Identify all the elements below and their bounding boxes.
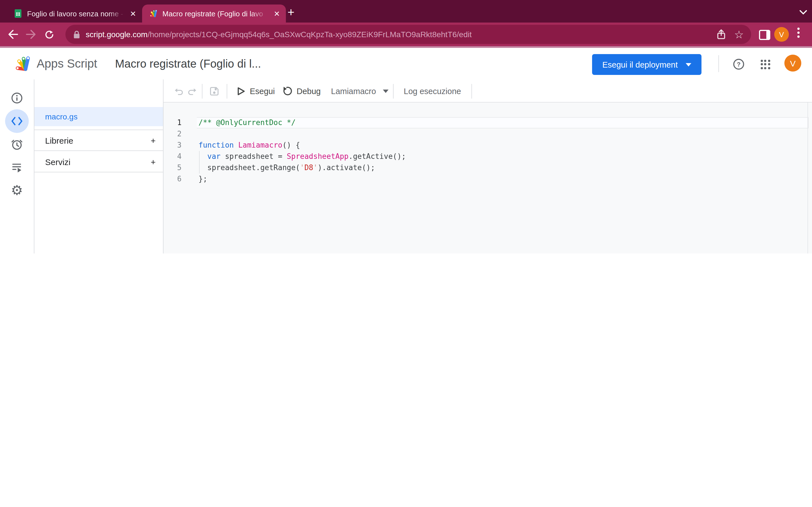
url-path: /home/projects/1CQ-eGjmqq54q6s_OaSXwCqKp…: [147, 30, 472, 39]
bookmark-star-icon[interactable]: ☆: [734, 28, 744, 41]
url-host: script.google.com: [86, 30, 147, 39]
google-apps-grid-icon[interactable]: [758, 57, 772, 71]
settings-gear-icon[interactable]: ⚙: [5, 179, 29, 202]
undo-icon[interactable]: [174, 86, 185, 97]
close-tab-icon[interactable]: ✕: [129, 9, 138, 18]
function-selector-caret-icon: [383, 89, 389, 93]
apps-script-logo: [13, 55, 32, 73]
function-selector-label: Lamiamacro: [331, 87, 376, 96]
back-icon[interactable]: [4, 22, 22, 46]
browser-tab-sheets[interactable]: Foglio di lavoro senza nome - F ✕: [7, 4, 142, 22]
debug-icon: [283, 86, 292, 96]
files-panel: macro.gs Librerie + Servizi +: [35, 79, 163, 253]
debug-label: Debug: [297, 87, 320, 96]
url-text: script.google.com/home/projects/1CQ-eGjm…: [86, 30, 472, 39]
forward-icon[interactable]: [22, 22, 40, 46]
toolbar-divider: [202, 84, 202, 99]
toolbar-divider: [393, 84, 394, 99]
reload-icon[interactable]: [40, 22, 58, 46]
svg-text:?: ?: [737, 61, 741, 68]
code-line[interactable]: /** @OnlyCurrentDoc */: [199, 117, 296, 128]
editor-icon[interactable]: [5, 109, 29, 133]
project-title[interactable]: Macro registrate (Foglio di l...: [115, 57, 261, 70]
function-selector[interactable]: Lamiamacro: [331, 79, 389, 103]
file-name: macro.gs: [45, 112, 78, 121]
deploy-button-label: Esegui il deployment: [602, 60, 678, 69]
toolbar-divider: [227, 84, 227, 99]
account-avatar[interactable]: V: [784, 55, 801, 71]
services-label: Servizi: [45, 157, 70, 166]
deploy-caret-icon[interactable]: [686, 63, 691, 66]
lock-icon[interactable]: [73, 30, 80, 39]
close-tab-icon[interactable]: ✕: [272, 9, 282, 18]
header-divider: [718, 55, 719, 72]
line-number: 6: [163, 173, 182, 185]
browser-tab-strip: Foglio di lavoro senza nome - F ✕ Macro …: [0, 0, 812, 22]
execution-log-button[interactable]: Log esecuzione: [404, 79, 461, 103]
code-editor[interactable]: 123456 /** @OnlyCurrentDoc */function La…: [163, 103, 812, 253]
share-icon[interactable]: [717, 29, 726, 40]
overview-icon[interactable]: [5, 86, 29, 110]
libraries-section[interactable]: Librerie +: [35, 129, 163, 151]
add-library-button[interactable]: +: [151, 136, 156, 145]
line-number: 3: [163, 140, 182, 151]
code-line[interactable]: function Lamiamacro() {: [199, 140, 300, 151]
browser-profile-avatar[interactable]: V: [774, 27, 789, 42]
triggers-icon[interactable]: [5, 132, 29, 156]
deploy-button[interactable]: Esegui il deployment: [592, 54, 702, 75]
new-tab-button[interactable]: +: [283, 4, 299, 20]
redo-icon[interactable]: [186, 86, 197, 97]
code-line[interactable]: };: [199, 173, 207, 185]
line-number: 5: [163, 162, 182, 173]
screen: Foglio di lavoro senza nome - F ✕ Macro …: [0, 0, 812, 253]
code-line[interactable]: var spreadsheet = SpreadsheetApp.getActi…: [199, 151, 406, 162]
apps-script-icon: [149, 9, 158, 18]
browser-toolbar: script.google.com/home/projects/1CQ-eGjm…: [0, 22, 812, 46]
product-name: Apps Script: [37, 57, 97, 70]
run-button[interactable]: Esegui: [237, 79, 275, 103]
apps-script-header: Apps Script Macro registrate (Foglio di …: [0, 48, 812, 80]
libraries-label: Librerie: [45, 136, 73, 145]
left-navigation-rail: ⚙: [0, 79, 35, 253]
editor-overview-ruler[interactable]: [808, 103, 808, 253]
tab-title: Foglio di lavoro senza nome - F: [27, 9, 126, 18]
address-bar[interactable]: script.google.com/home/projects/1CQ-eGjm…: [65, 25, 751, 44]
google-sheets-icon: [13, 9, 22, 18]
section-border: [35, 172, 163, 172]
browser-tab-apps-script[interactable]: Macro registrate (Foglio di lavo ✕: [142, 4, 286, 22]
services-section[interactable]: Servizi +: [35, 151, 163, 172]
executions-icon[interactable]: [5, 156, 29, 179]
code-line[interactable]: spreadsheet.getRange('D8').activate();: [199, 162, 375, 173]
add-service-button[interactable]: +: [151, 158, 156, 166]
file-item-macro[interactable]: macro.gs: [35, 107, 163, 126]
line-number: 2: [163, 128, 182, 140]
tab-search-chevron-icon[interactable]: [796, 6, 810, 19]
run-label: Esegui: [250, 87, 275, 96]
browser-menu-icon[interactable]: [797, 27, 800, 38]
help-icon[interactable]: ?: [731, 57, 746, 71]
debug-button[interactable]: Debug: [283, 79, 320, 103]
tab-title: Macro registrate (Foglio di lavo: [162, 9, 270, 18]
toolbar-divider: [471, 84, 472, 99]
side-panel-icon[interactable]: [759, 30, 770, 40]
play-icon: [237, 87, 245, 96]
line-number: 1: [163, 117, 182, 128]
save-icon[interactable]: [209, 86, 220, 97]
line-number: 4: [163, 151, 182, 162]
